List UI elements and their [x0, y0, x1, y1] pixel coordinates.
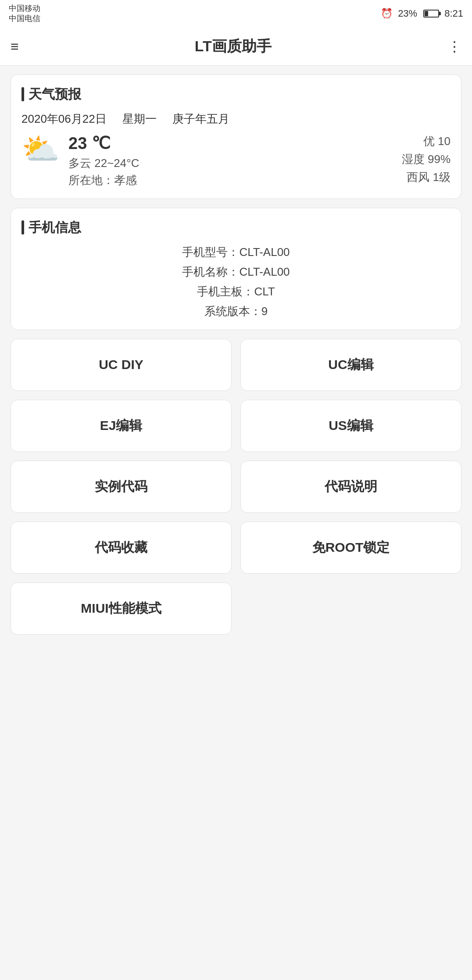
uc-edit-button[interactable]: UC编辑: [240, 339, 461, 391]
ej-edit-button[interactable]: EJ编辑: [11, 400, 232, 452]
app-bar: ≡ LT画质助手 ⋮: [0, 28, 472, 66]
weather-date: 2020年06月22日: [21, 112, 107, 125]
uc-diy-button[interactable]: UC DIY: [11, 339, 232, 391]
weather-icon-area: ⛅: [21, 134, 60, 164]
example-code-button[interactable]: 实例代码: [11, 461, 232, 513]
button-row-5: MIUI性能模式: [11, 582, 461, 635]
app-title: LT画质助手: [19, 36, 447, 57]
title-bar-decorator-2: [21, 220, 24, 234]
button-row-3: 实例代码 代码说明: [11, 461, 461, 513]
weather-weekday: 星期一: [122, 112, 157, 125]
time-display: 8:21: [444, 8, 463, 19]
weather-main: ⛅ 23 ℃ 多云 22~24°C 所在地：孝感: [21, 134, 139, 188]
weather-location: 所在地：孝感: [68, 173, 139, 188]
weather-title: 天气预报: [21, 85, 451, 103]
phone-info-card: 手机信息 手机型号：CLT-AL00 手机名称：CLT-AL00 手机主板：CL…: [11, 208, 461, 330]
weather-humidity: 湿度 99%: [402, 152, 451, 167]
weather-extra: 优 10 湿度 99% 西风 1级: [402, 134, 451, 188]
weather-section-title: 天气预报: [29, 85, 81, 103]
weather-card: 天气预报 2020年06月22日 星期一 庚子年五月 ⛅ 23 ℃ 多云 22~…: [11, 75, 461, 199]
alarm-icon: ⏰: [381, 8, 393, 19]
us-edit-button[interactable]: US编辑: [240, 400, 461, 452]
weather-temperature: 23 ℃: [68, 134, 139, 153]
main-content: 天气预报 2020年06月22日 星期一 庚子年五月 ⛅ 23 ℃ 多云 22~…: [0, 66, 472, 643]
carrier-info: 中国移动 中国电信: [9, 4, 40, 24]
more-options-icon[interactable]: ⋮: [447, 38, 461, 55]
status-right: ⏰ 23% 8:21: [381, 8, 463, 19]
weather-air-quality: 优 10: [423, 134, 451, 149]
carrier2-label: 中国电信: [9, 14, 40, 24]
phone-name-row: 手机名称：CLT-AL00: [182, 264, 290, 280]
code-collect-button[interactable]: 代码收藏: [11, 522, 232, 574]
phone-info-title: 手机信息: [21, 219, 451, 237]
battery-percent: 23%: [398, 8, 417, 19]
hamburger-menu-icon[interactable]: ≡: [11, 39, 19, 53]
phone-info-body: 手机型号：CLT-AL00 手机名称：CLT-AL00 手机主板：CLT 系统版…: [21, 245, 451, 319]
button-row-4: 代码收藏 免ROOT锁定: [11, 522, 461, 574]
weather-lunar: 庚子年五月: [172, 112, 229, 125]
miui-perf-button[interactable]: MIUI性能模式: [11, 582, 232, 635]
weather-body: ⛅ 23 ℃ 多云 22~24°C 所在地：孝感 优 10 湿度 99% 西风 …: [21, 134, 451, 188]
title-bar-decorator: [21, 87, 24, 101]
no-root-lock-button[interactable]: 免ROOT锁定: [240, 522, 461, 574]
status-bar: 中国移动 中国电信 ⏰ 23% 8:21: [0, 0, 472, 28]
button-row-1: UC DIY UC编辑: [11, 339, 461, 391]
weather-description: 多云 22~24°C: [68, 156, 139, 171]
code-desc-button[interactable]: 代码说明: [240, 461, 461, 513]
button-row-2: EJ编辑 US编辑: [11, 400, 461, 452]
weather-details: 23 ℃ 多云 22~24°C 所在地：孝感: [68, 134, 139, 188]
phone-model-row: 手机型号：CLT-AL00: [182, 245, 290, 260]
phone-version-row: 系统版本：9: [204, 304, 268, 319]
weather-icon: ⛅: [21, 134, 60, 164]
phone-info-section-title: 手机信息: [29, 219, 81, 237]
phone-board-row: 手机主板：CLT: [197, 284, 275, 299]
weather-date-row: 2020年06月22日 星期一 庚子年五月: [21, 111, 451, 127]
carrier1-label: 中国移动: [9, 4, 40, 14]
battery-icon: [423, 10, 439, 18]
weather-wind: 西风 1级: [407, 170, 451, 185]
